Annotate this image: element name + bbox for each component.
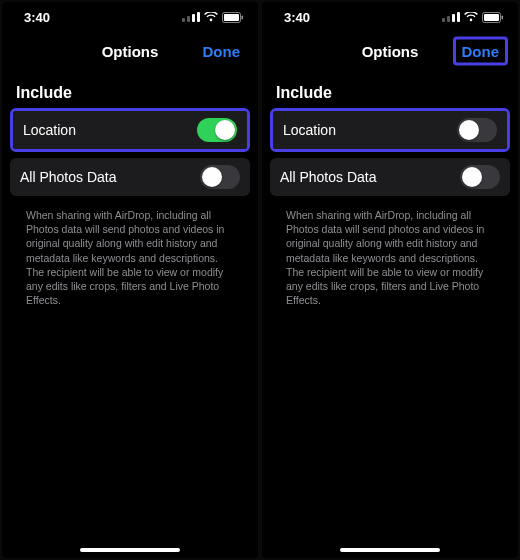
phone-screen-left: 3:40 Options Done Include Location All P… [2, 2, 258, 558]
cellular-icon [442, 12, 460, 22]
location-toggle[interactable] [457, 118, 497, 142]
nav-bar: Options Done [262, 32, 518, 70]
done-button[interactable]: Done [195, 38, 249, 65]
location-row[interactable]: Location [13, 111, 247, 149]
status-time: 3:40 [284, 10, 310, 25]
location-label: Location [283, 122, 336, 138]
all-photos-row-wrap: All Photos Data [270, 158, 510, 196]
all-photos-row-wrap: All Photos Data [10, 158, 250, 196]
svg-rect-2 [242, 15, 244, 19]
battery-icon [222, 12, 244, 23]
all-photos-toggle[interactable] [200, 165, 240, 189]
wifi-icon [464, 12, 478, 22]
done-button[interactable]: Done [453, 37, 509, 66]
cellular-icon [182, 12, 200, 22]
location-row-highlight: Location [10, 108, 250, 152]
status-indicators [442, 12, 504, 23]
status-bar: 3:40 [262, 2, 518, 32]
include-group: Location All Photos Data When sharing wi… [2, 108, 258, 307]
all-photos-label: All Photos Data [20, 169, 117, 185]
location-toggle[interactable] [197, 118, 237, 142]
wifi-icon [204, 12, 218, 22]
status-bar: 3:40 [2, 2, 258, 32]
svg-rect-1 [224, 14, 239, 21]
footer-description: When sharing with AirDrop, including all… [270, 202, 510, 307]
all-photos-toggle[interactable] [460, 165, 500, 189]
battery-icon [482, 12, 504, 23]
location-label: Location [23, 122, 76, 138]
svg-rect-5 [502, 15, 504, 19]
nav-title: Options [102, 43, 159, 60]
status-indicators [182, 12, 244, 23]
nav-title: Options [362, 43, 419, 60]
footer-description: When sharing with AirDrop, including all… [10, 202, 250, 307]
svg-rect-4 [484, 14, 499, 21]
all-photos-label: All Photos Data [280, 169, 377, 185]
nav-bar: Options Done [2, 32, 258, 70]
home-indicator[interactable] [80, 548, 180, 552]
all-photos-row[interactable]: All Photos Data [10, 158, 250, 196]
location-row-highlight: Location [270, 108, 510, 152]
location-row[interactable]: Location [273, 111, 507, 149]
section-header-include: Include [2, 70, 258, 108]
home-indicator[interactable] [340, 548, 440, 552]
phone-screen-right: 3:40 Options Done Include Location All P… [262, 2, 518, 558]
include-group: Location All Photos Data When sharing wi… [262, 108, 518, 307]
status-time: 3:40 [24, 10, 50, 25]
section-header-include: Include [262, 70, 518, 108]
all-photos-row[interactable]: All Photos Data [270, 158, 510, 196]
